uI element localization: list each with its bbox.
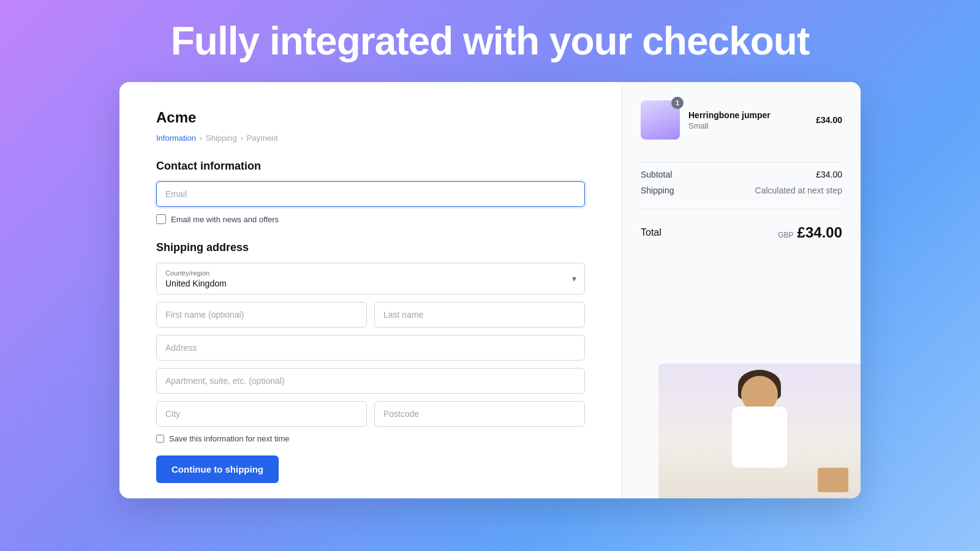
breadcrumb-information[interactable]: Information <box>156 133 196 143</box>
save-info-label: Save this information for next time <box>169 434 290 443</box>
email-field-wrapper <box>156 181 585 207</box>
continue-to-shipping-button[interactable]: Continue to shipping <box>156 455 279 483</box>
subtotal-label: Subtotal <box>641 170 672 179</box>
country-value: United Kingdom <box>165 279 227 288</box>
person-body <box>732 407 787 468</box>
address-input[interactable] <box>156 335 585 361</box>
shipping-row: Shipping Calculated at next step <box>641 186 842 195</box>
box-item <box>818 468 848 492</box>
subtotal-row: Subtotal £34.00 <box>641 170 842 179</box>
save-info-row: Save this information for next time <box>156 434 585 443</box>
apartment-input[interactable] <box>156 368 585 394</box>
save-info-checkbox[interactable] <box>156 435 164 443</box>
shipping-label: Shipping <box>641 186 674 195</box>
order-item: 1 Herringbone jumper Small £34.00 <box>641 100 842 140</box>
hero-title: Fully integrated with your checkout <box>171 18 809 64</box>
total-amount: £34.00 <box>797 224 842 241</box>
total-currency: GBP <box>778 231 793 239</box>
country-select-wrapper: Country/region United Kingdom ▾ <box>156 263 585 294</box>
breadcrumb: Information › Shipping › Payment <box>156 133 585 143</box>
shipping-section-title: Shipping address <box>156 241 585 254</box>
store-name: Acme <box>156 109 585 126</box>
product-variant: Small <box>688 121 807 130</box>
newsletter-row: Email me with news and offers <box>156 214 585 224</box>
quantity-badge: 1 <box>671 97 684 109</box>
breadcrumb-sep-2: › <box>241 134 243 143</box>
breadcrumb-shipping[interactable]: Shipping <box>206 133 237 143</box>
shipping-value: Calculated at next step <box>755 186 842 195</box>
subtotal-value: £34.00 <box>816 170 842 179</box>
first-name-input[interactable] <box>156 302 367 328</box>
checkout-container: Acme Information › Shipping › Payment Co… <box>119 82 861 498</box>
product-price: £34.00 <box>816 115 842 125</box>
shipping-section: Shipping address Country/region United K… <box>156 241 585 483</box>
product-info: Herringbone jumper Small <box>688 110 807 130</box>
divider-2 <box>641 209 842 209</box>
newsletter-checkbox[interactable] <box>156 214 166 224</box>
apartment-row <box>156 368 585 394</box>
right-panel: 1 Herringbone jumper Small £34.00 Subtot… <box>622 82 861 498</box>
email-input[interactable] <box>156 181 585 207</box>
postcode-input[interactable] <box>374 401 585 427</box>
divider-1 <box>641 162 842 162</box>
breadcrumb-sep-1: › <box>200 134 202 143</box>
breadcrumb-payment[interactable]: Payment <box>247 133 278 143</box>
name-row <box>156 302 585 328</box>
product-name: Herringbone jumper <box>688 110 807 120</box>
country-label: Country/region <box>165 269 576 277</box>
address-row <box>156 335 585 361</box>
total-value: GBP £34.00 <box>778 224 842 241</box>
last-name-input[interactable] <box>374 302 585 328</box>
chevron-down-icon: ▾ <box>572 274 576 283</box>
newsletter-label: Email me with news and offers <box>171 215 279 224</box>
total-row: Total GBP £34.00 <box>641 224 842 241</box>
video-thumbnail <box>658 364 861 498</box>
product-image-wrapper: 1 <box>641 100 680 140</box>
left-panel: Acme Information › Shipping › Payment Co… <box>119 82 622 498</box>
contact-section-title: Contact information <box>156 160 585 173</box>
city-input[interactable] <box>156 401 367 427</box>
total-label: Total <box>641 227 662 238</box>
country-select[interactable]: Country/region United Kingdom <box>156 263 585 294</box>
person-silhouette <box>658 364 861 498</box>
city-postcode-row <box>156 401 585 427</box>
